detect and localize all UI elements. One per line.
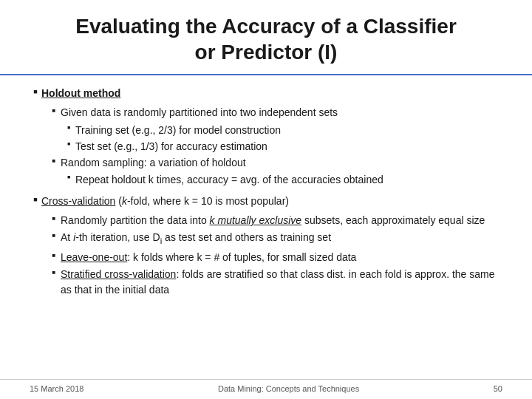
section2-item4: Stratified cross-validation: folds are s… [47,267,502,297]
bullet-marker-l1 [30,88,41,95]
section2-item3-underline: Leave-one-out [61,251,127,263]
footer-page: 50 [494,384,502,393]
slide-title: Evaluating the Accuracy of a Classifier … [30,13,502,65]
footer-course: Data Mining: Concepts and Techniques [218,384,359,393]
section2-item2-text: At i-th iteration, use Di as test set an… [61,230,331,248]
bullet-marker-l3c [62,174,75,180]
section2-item3-text: Leave-one-out: k folds where k = # of tu… [61,250,356,265]
bullet-marker-l3 [62,125,75,130]
slide-header: Evaluating the Accuracy of a Classifier … [0,0,532,75]
footer-date: 15 March 2018 [30,384,83,393]
section2-item2-sub: i [160,236,163,245]
slide-body: Holdout method Given data is randomly pa… [0,75,532,379]
title-line1: Evaluating the Accuracy of a Classifier [75,15,457,38]
section2-label-underline: Cross-validation [41,195,115,207]
section1-item1-sub2: Test set (e.g., 1/3) for accuracy estima… [62,139,502,154]
section2-heading: Cross-validation (k-fold, where k = 10 i… [30,194,502,208]
bullet-marker-l1b [30,196,41,203]
bullet-marker-l3b [62,141,75,146]
section2-item3: Leave-one-out: k folds where k = # of tu… [47,250,502,265]
slide: Evaluating the Accuracy of a Classifier … [0,0,532,399]
section1-sub1-text: Training set (e.g., 2/3) for model const… [75,123,281,137]
section2-label: Cross-validation (k-fold, where k = 10 i… [41,194,289,208]
section2-label-k: k [122,195,127,207]
bullet-marker-l2f [47,269,61,276]
section2-item1-italic: k mutually exclusive [210,214,302,226]
section1-label: Holdout method [41,86,120,100]
section2-item2-i: i [73,231,75,243]
bullet-marker-l2e [47,252,61,259]
title-line2: or Predictor (I) [195,41,338,64]
slide-footer: 15 March 2018 Data Mining: Concepts and … [0,379,532,399]
section1-item2-text: Random sampling: a variation of holdout [61,155,246,170]
section2-item1-text: Randomly partition the data into k mutua… [61,213,485,228]
section1-item1: Given data is randomly partitioned into … [47,105,502,120]
section1-item2: Random sampling: a variation of holdout [47,155,502,170]
section1-heading: Holdout method [30,86,502,100]
section1-item2-sub1: Repeat holdout k times, accuracy = avg. … [62,172,502,187]
bullet-marker-l2b [47,157,61,164]
section1-item2-sub1-text: Repeat holdout k times, accuracy = avg. … [75,172,383,187]
section2-label-rest: -fold, where k = 10 is most popular) [127,195,289,207]
section2-item4-text: Stratified cross-validation: folds are s… [61,267,502,297]
section1-sub2-text: Test set (e.g., 1/3) for accuracy estima… [75,139,267,154]
section1-item1-text: Given data is randomly partitioned into … [61,105,338,120]
section2-item1: Randomly partition the data into k mutua… [47,213,502,228]
section2-item2: At i-th iteration, use Di as test set an… [47,230,502,248]
bullet-marker-l2d [47,232,61,239]
section1-item1-sub1: Training set (e.g., 2/3) for model const… [62,123,502,137]
section2-item4-underline: Stratified cross-validation [61,268,176,280]
bullet-marker-l2c [47,215,61,222]
bullet-marker-l2 [47,107,61,114]
